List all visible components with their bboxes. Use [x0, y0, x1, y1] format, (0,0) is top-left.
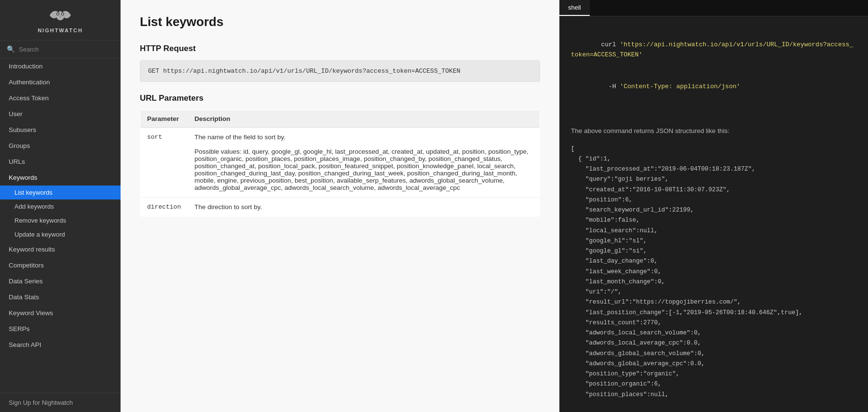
- url-params-title: URL Parameters: [140, 93, 540, 103]
- sidebar-item-serps[interactable]: SERPs: [0, 321, 121, 337]
- col-header-description: Description: [188, 110, 540, 128]
- sidebar-item-access-token[interactable]: Access Token: [0, 90, 121, 106]
- sidebar-item-user[interactable]: User: [0, 106, 121, 122]
- logo-icon: [49, 9, 72, 26]
- curl-command-1: curl 'https://api.nightwatch.io/api/v1/u…: [571, 30, 856, 70]
- sidebar-subitem-update-keyword[interactable]: Update a keyword: [0, 227, 121, 241]
- param-desc-direction: The direction to sort by.: [188, 198, 540, 217]
- params-table: Parameter Description sort The name of t…: [140, 110, 540, 217]
- json-response: [ { "id":1, "last_processed_at":"2019-06…: [559, 144, 868, 412]
- svg-point-3: [62, 13, 64, 15]
- code-panel: shell curl 'https://api.nightwatch.io/ap…: [559, 0, 868, 412]
- param-name-direction: direction: [140, 198, 188, 217]
- col-header-parameter: Parameter: [140, 110, 188, 128]
- signup-footer[interactable]: Sign Up for Nightwatch: [0, 393, 121, 412]
- svg-point-2: [57, 13, 59, 15]
- sidebar-subitem-remove-keywords[interactable]: Remove keywords: [0, 213, 121, 227]
- param-desc-sort: The name of the field to sort by. Possib…: [188, 128, 540, 198]
- curl-command-2: -H 'Content-Type: application/json': [571, 72, 856, 102]
- sidebar-item-keyword-views[interactable]: Keyword Views: [0, 305, 121, 321]
- table-row: sort The name of the field to sort by. P…: [140, 128, 540, 198]
- sidebar: NIGHTWATCH 🔍 Introduction Authentication…: [0, 0, 121, 412]
- sidebar-item-competitors[interactable]: Competitors: [0, 257, 121, 273]
- sidebar-subitem-add-keywords[interactable]: Add keywords: [0, 199, 121, 213]
- sidebar-subitem-list-keywords[interactable]: List keywords: [0, 186, 121, 199]
- sidebar-item-data-series[interactable]: Data Series: [0, 273, 121, 289]
- sidebar-item-introduction[interactable]: Introduction: [0, 58, 121, 74]
- sidebar-item-search-api[interactable]: Search API: [0, 337, 121, 353]
- param-name-sort: sort: [140, 128, 188, 198]
- search-input[interactable]: [19, 46, 114, 53]
- code-content: curl 'https://api.nightwatch.io/api/v1/u…: [559, 16, 868, 118]
- docs-panel: List keywords HTTP Request GET https://a…: [121, 0, 559, 412]
- search-icon: 🔍: [7, 45, 15, 53]
- sidebar-item-groups[interactable]: Groups: [0, 138, 121, 154]
- code-tabs: shell: [559, 0, 868, 16]
- response-label: The above command returns JSON structure…: [559, 118, 868, 144]
- tab-shell[interactable]: shell: [559, 0, 590, 16]
- sidebar-item-keywords[interactable]: Keywords: [0, 170, 121, 186]
- sidebar-item-urls[interactable]: URLs: [0, 154, 121, 170]
- sidebar-item-data-stats[interactable]: Data Stats: [0, 289, 121, 305]
- table-row: direction The direction to sort by.: [140, 198, 540, 217]
- page-title: List keywords: [140, 14, 540, 29]
- sidebar-item-keyword-results[interactable]: Keyword results: [0, 241, 121, 257]
- sidebar-item-authentication[interactable]: Authentication: [0, 74, 121, 90]
- http-request-title: HTTP Request: [140, 44, 540, 53]
- sidebar-item-subusers[interactable]: Subusers: [0, 122, 121, 138]
- main-content: List keywords HTTP Request GET https://a…: [121, 0, 868, 412]
- search-bar[interactable]: 🔍: [0, 40, 121, 58]
- logo-text: NIGHTWATCH: [38, 27, 83, 33]
- http-request-code: GET https://api.nightwatch.io/api/v1/url…: [140, 60, 540, 82]
- logo-area: NIGHTWATCH: [0, 0, 121, 40]
